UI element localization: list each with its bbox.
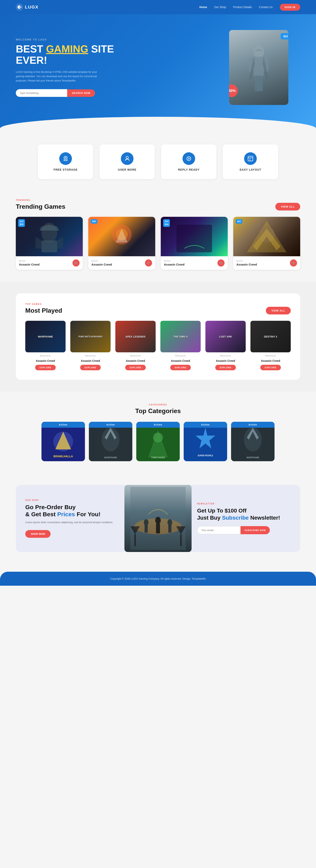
- feature-card-storage: FREE STORAGE: [38, 145, 93, 179]
- most-played-tag: TOP GAMES: [25, 303, 291, 305]
- game-img-gow: [233, 217, 300, 256]
- mp-card-destiny: DESTINY 2 Adventure Assasin Creed EXPLOR…: [251, 321, 291, 370]
- mp-card-pubg: PUBG BATTLEGROUNDS Adventure Assasin Cre…: [70, 321, 111, 370]
- free-storage-icon: [59, 152, 72, 165]
- newsletter-tag: NEWSLETTER: [197, 503, 291, 505]
- add-to-cart-button-3[interactable]: 🛒: [218, 259, 225, 267]
- hero-game-image: $22 -40%: [229, 30, 288, 105]
- game-genre-2: Action: [91, 260, 145, 262]
- category-card-warframe[interactable]: WARFRAME Action: [89, 422, 132, 461]
- mp-name-sims: Assasin Creed: [171, 359, 190, 362]
- trending-game-img-2: $44: [88, 217, 155, 256]
- hero-section: WELCOME TO LUGX BEST GAMING SITE EVER! L…: [0, 14, 316, 129]
- trending-game-card-4: $22 Action Assasin Creed 🛒: [233, 217, 300, 270]
- explore-button-sims[interactable]: EXPLORE: [170, 365, 191, 370]
- svg-point-42: [168, 519, 172, 526]
- svg-point-38: [144, 519, 148, 526]
- nav-links: Home Our Shop Product Details Contact Us…: [199, 4, 300, 11]
- svg-rect-43: [168, 525, 171, 533]
- game-genre-4: Action: [236, 260, 290, 262]
- category-card-warframe2[interactable]: WARFRAME Action: [231, 422, 275, 461]
- explore-button-pubg[interactable]: EXPLORE: [80, 365, 101, 370]
- category-label-warframe: Action: [89, 422, 132, 428]
- category-img-warframe2: WARFRAME: [231, 422, 275, 461]
- hero-title-main: BEST: [16, 43, 46, 55]
- mp-name-apex: Assasin Creed: [126, 359, 145, 362]
- svg-text:WARFRAME: WARFRAME: [247, 456, 259, 459]
- features-section: FREE STORAGE USER MORE REPLY READY EASY …: [0, 129, 316, 187]
- feature-card-layout: EASY LAYOUT: [223, 145, 278, 179]
- mp-card-img-pubg: PUBG BATTLEGROUNDS: [70, 321, 111, 352]
- game-old-price-1: $28: [20, 220, 23, 223]
- explore-button-destiny[interactable]: EXPLORE: [260, 365, 281, 370]
- most-played-section: TOP GAMES Most Played VIEW ALL WARFRAME …: [0, 281, 316, 392]
- shop-now-button[interactable]: SHOP NOW: [25, 530, 51, 538]
- navbar: LUGX Home Our Shop Product Details Conta…: [0, 0, 316, 14]
- trending-game-card-3: $94 $44 Action Assasin Creed 🛒: [161, 217, 228, 270]
- mp-img-destiny: DESTINY 2: [251, 321, 291, 352]
- game-new-price-4: $22: [237, 220, 241, 223]
- feature-reply-label: REPLY READY: [178, 168, 199, 171]
- promo-title-accent: Prices: [57, 511, 75, 518]
- feature-user-label: USER MORE: [118, 168, 137, 171]
- promo-description: Lorem ipsum dolor consectetur adipiscing…: [25, 520, 119, 525]
- mp-card-lostark: LOST ARK Adventure Assasin Creed EXPLORE: [205, 321, 246, 370]
- game-new-price-3: $44: [165, 223, 168, 226]
- subscribe-button[interactable]: SUBSCRIBE NOW: [240, 526, 270, 534]
- add-to-cart-button-4[interactable]: 🛒: [290, 259, 297, 267]
- promo-title: Go Pre-Order Buy & Get Best Prices For Y…: [25, 504, 119, 518]
- mp-genre-warframe: Adventure: [40, 355, 51, 357]
- destiny-logo: DESTINY 2: [262, 334, 279, 340]
- svg-point-40: [155, 517, 161, 524]
- sims-logo: THE SIMS 4: [172, 334, 189, 340]
- mp-genre-pubg: Adventure: [85, 355, 96, 357]
- search-input[interactable]: [16, 89, 67, 97]
- category-card-brawl[interactable]: BRAWLHALLA Action: [41, 422, 85, 461]
- newsletter-email-input[interactable]: [197, 526, 240, 534]
- game-price-badge-4: $22: [236, 219, 242, 224]
- nav-home[interactable]: Home: [199, 5, 207, 9]
- newsletter-title: Get Up To $100 Off Just Buy Subscribe Ne…: [197, 507, 291, 522]
- promo-right: NEWSLETTER Get Up To $100 Off Just Buy S…: [188, 485, 300, 552]
- nav-contact[interactable]: Contact Us: [259, 5, 272, 9]
- most-played-view-all-button[interactable]: VIEW ALL: [266, 307, 291, 314]
- promo-title-2: & Get Best: [25, 511, 57, 518]
- mp-card-img-apex: APEX LEGENDS: [115, 321, 155, 352]
- game-genre-1: Action: [19, 260, 73, 262]
- mp-genre-apex: Adventure: [130, 355, 141, 357]
- game-price-badge-1: $28 $20: [18, 219, 25, 227]
- logo[interactable]: LUGX: [16, 4, 38, 11]
- mp-img-pubg: PUBG BATTLEGROUNDS: [70, 321, 111, 352]
- svg-point-1: [253, 45, 264, 58]
- explore-button-warframe[interactable]: EXPLORE: [35, 365, 56, 370]
- svg-text:BRAWLHALLA: BRAWLHALLA: [54, 455, 73, 458]
- game-img-overwatch: [88, 217, 155, 256]
- svg-point-11: [187, 157, 191, 161]
- explore-button-lostark[interactable]: EXPLORE: [215, 365, 236, 370]
- game-name-3: Assasin Creed: [164, 263, 218, 266]
- trending-section: TRENDING Trending Games VIEW ALL $28 $20…: [0, 187, 316, 281]
- warframe-logo: WARFRAME: [36, 334, 55, 340]
- trending-title: Trending Games: [16, 203, 65, 210]
- trending-header: Trending Games VIEW ALL: [16, 203, 300, 211]
- explore-button-apex[interactable]: EXPLORE: [125, 365, 146, 370]
- nav-product[interactable]: Product Details: [233, 5, 252, 9]
- nav-shop[interactable]: Our Shop: [214, 5, 226, 9]
- search-button[interactable]: SEARCH NOW: [67, 89, 95, 97]
- hero-price-badge: $22: [281, 33, 288, 39]
- category-card-super[interactable]: SUPER PEOPLE Action: [184, 422, 227, 461]
- add-to-cart-button-2[interactable]: 🛒: [145, 259, 152, 267]
- add-to-cart-button-1[interactable]: 🛒: [73, 259, 80, 267]
- category-card-tomb[interactable]: TOMB RAIDER Action: [136, 422, 180, 461]
- mp-genre-destiny: Adventure: [265, 355, 276, 357]
- footer-text: Copyright © 2048 LUGX Gaming Company. Al…: [16, 577, 300, 580]
- svg-text:TOMB RAIDER: TOMB RAIDER: [151, 457, 165, 459]
- signin-button[interactable]: SIGN IN: [280, 4, 300, 11]
- trending-view-all-button[interactable]: VIEW ALL: [275, 203, 300, 211]
- mp-img-apex: APEX LEGENDS: [115, 321, 155, 352]
- game-card-body-4: Action Assasin Creed 🛒: [233, 256, 300, 270]
- promo-left: OUR SHOP Go Pre-Order Buy & Get Best Pri…: [16, 485, 128, 552]
- mp-card-sims: THE SIMS 4 Adventure Assasin Creed EXPLO…: [161, 321, 201, 370]
- category-label-warframe2: Action: [231, 422, 275, 428]
- trending-grid: $28 $20 Action Assasin Creed 🛒 $44: [16, 217, 300, 270]
